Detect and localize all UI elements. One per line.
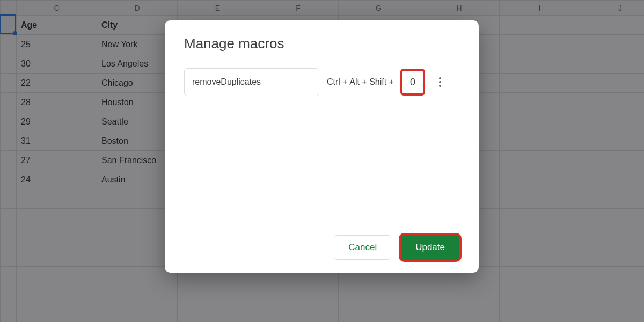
update-button[interactable]: Update	[401, 235, 459, 260]
macro-more-button[interactable]	[431, 71, 449, 93]
shortcut-prefix-label: Ctrl + Alt + Shift +	[327, 77, 394, 87]
dialog-title: Manage macros	[184, 35, 459, 52]
more-vertical-icon	[439, 77, 441, 87]
manage-macros-dialog: Manage macros Ctrl + Alt + Shift + Cance…	[165, 20, 479, 273]
shortcut-key-input[interactable]	[401, 70, 424, 94]
cancel-button[interactable]: Cancel	[334, 235, 391, 260]
macro-row: Ctrl + Alt + Shift +	[184, 68, 459, 96]
macro-name-input[interactable]	[184, 68, 319, 96]
dialog-actions: Cancel Update	[184, 235, 459, 260]
